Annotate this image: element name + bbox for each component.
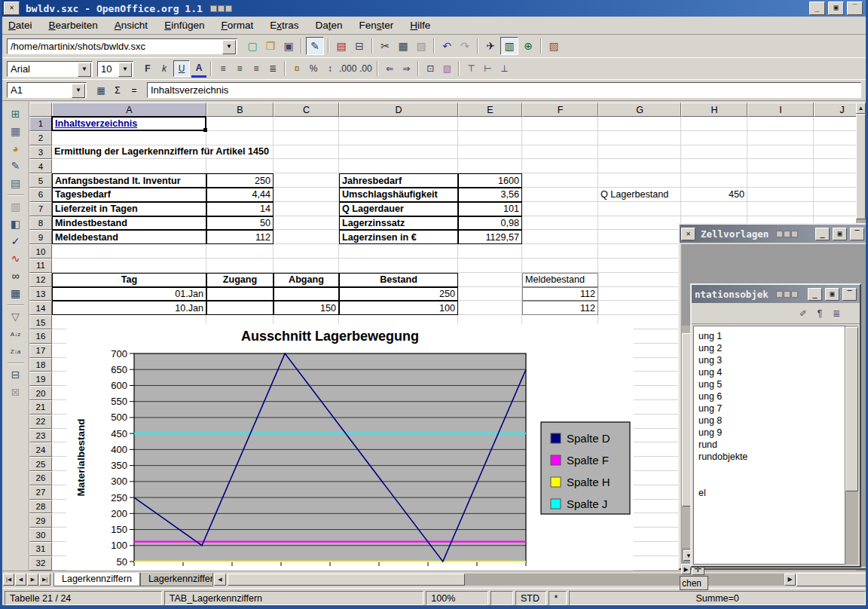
style-list-item[interactable] bbox=[694, 475, 845, 487]
save-icon[interactable]: ▣ bbox=[280, 38, 297, 54]
cell-D10[interactable] bbox=[339, 244, 458, 259]
cell-H6[interactable]: 450 bbox=[681, 188, 747, 202]
cell-D7[interactable]: Q Lagerdauer bbox=[339, 202, 458, 216]
stylist-titlebar[interactable]: ✕ Zellvorlagen _▣‾ bbox=[680, 225, 867, 243]
cell-F4[interactable] bbox=[522, 159, 598, 173]
cell-C7[interactable] bbox=[274, 202, 339, 216]
cell-D13[interactable]: 250 bbox=[339, 287, 458, 301]
style-list[interactable]: ung 1ung 2ung 3ung 4ung 5ung 6ung 7ung 8… bbox=[693, 326, 845, 565]
cell-C13[interactable] bbox=[274, 287, 339, 301]
cell-C11[interactable] bbox=[274, 259, 339, 273]
cell-F1[interactable] bbox=[522, 117, 598, 131]
cell-E9[interactable]: 1129,57 bbox=[458, 230, 522, 244]
cut-icon[interactable]: ✂ bbox=[377, 38, 393, 54]
form-icon[interactable]: ▤ bbox=[8, 175, 24, 191]
first-sheet-button[interactable]: |◀ bbox=[3, 574, 14, 586]
row-header-27[interactable]: 27 bbox=[29, 485, 52, 500]
row-header-20[interactable]: 20 bbox=[29, 386, 52, 400]
align-right-icon[interactable]: ≡ bbox=[249, 61, 264, 76]
cell-G2[interactable] bbox=[598, 131, 681, 145]
export-pdf-icon[interactable]: ▤ bbox=[333, 38, 350, 54]
align-top-icon[interactable]: ⊤ bbox=[463, 61, 478, 76]
edit-file-icon[interactable]: ✎ bbox=[306, 37, 324, 55]
datasources-icon[interactable]: ▦ bbox=[8, 285, 24, 301]
rollup-button[interactable]: ‾ bbox=[842, 288, 857, 301]
cell-C14[interactable]: 150 bbox=[274, 301, 339, 315]
cell-D6[interactable]: Umschlagshäufigkeit bbox=[339, 188, 458, 202]
row-header-24[interactable]: 24 bbox=[29, 442, 52, 457]
insert-object-icon[interactable]: ◕ bbox=[8, 140, 24, 157]
menu-bearbeiten[interactable]: Bearbeiten bbox=[49, 20, 98, 31]
column-header-D[interactable]: D bbox=[339, 103, 458, 117]
cell-C9[interactable] bbox=[274, 230, 339, 244]
vertical-scrollbar-thumb[interactable] bbox=[856, 114, 866, 219]
column-header-F[interactable]: F bbox=[522, 103, 598, 117]
row-header-30[interactable]: 30 bbox=[29, 528, 52, 542]
row-header-22[interactable]: 22 bbox=[29, 415, 52, 429]
cell-A6[interactable]: Tagesbedarf bbox=[52, 188, 206, 202]
add-decimal-icon[interactable]: .000 bbox=[339, 61, 356, 76]
cell-E8[interactable]: 0,98 bbox=[458, 216, 522, 231]
row-header-25[interactable]: 25 bbox=[29, 457, 52, 471]
row-header-23[interactable]: 23 bbox=[29, 429, 52, 443]
cell-G11[interactable] bbox=[598, 259, 681, 273]
row-header-21[interactable]: 21 bbox=[29, 400, 52, 415]
scroll-right-icon[interactable]: ▶ bbox=[784, 574, 796, 586]
row-header-8[interactable]: 8 bbox=[29, 216, 52, 231]
cell-C12[interactable]: Abgang bbox=[274, 273, 339, 287]
cell-H3[interactable] bbox=[681, 145, 747, 160]
menu-einfgen[interactable]: Einfügen bbox=[164, 20, 204, 31]
cell-D14[interactable]: 100 bbox=[339, 301, 458, 315]
row-header-2[interactable]: 2 bbox=[29, 131, 52, 145]
sheet-tab-2[interactable]: Lagerkennziffern bbox=[140, 573, 213, 586]
last-sheet-button[interactable]: ▶| bbox=[39, 574, 50, 586]
cell-G9[interactable] bbox=[598, 230, 681, 244]
presentation-titlebar[interactable]: ntationsobjek _▣‾ bbox=[692, 285, 860, 303]
column-header-H[interactable]: H bbox=[681, 103, 747, 117]
stylist-icon[interactable]: ▥ bbox=[500, 37, 518, 55]
cell-B12[interactable]: Zugang bbox=[206, 273, 274, 287]
cell-E13[interactable] bbox=[458, 287, 522, 301]
cell-C4[interactable] bbox=[274, 159, 339, 173]
row-header-18[interactable]: 18 bbox=[29, 358, 52, 372]
number-currency-icon[interactable]: ¤ bbox=[289, 61, 304, 76]
cell-D12[interactable]: Bestand bbox=[339, 273, 458, 287]
cell-F2[interactable] bbox=[522, 131, 598, 145]
horizontal-scrollbar-thumb[interactable] bbox=[228, 574, 465, 586]
column-header-A[interactable]: A bbox=[52, 103, 206, 117]
sort-ascending-icon[interactable]: A↓z bbox=[8, 326, 24, 342]
sum-icon[interactable]: Σ bbox=[110, 83, 125, 98]
cell-I2[interactable] bbox=[747, 131, 814, 145]
cell-D9[interactable]: Lagerzinsen in € bbox=[339, 230, 458, 244]
cell-A5[interactable]: Anfangsbestand lt. Inventur bbox=[52, 173, 206, 188]
row-header-15[interactable]: 15 bbox=[29, 315, 52, 329]
cell-H2[interactable] bbox=[681, 131, 747, 145]
style-list-item[interactable]: ung 4 bbox=[694, 366, 845, 378]
cell-I5[interactable] bbox=[747, 173, 814, 188]
bold-button[interactable]: F bbox=[140, 61, 155, 76]
tab-scroll-left-button[interactable]: ◀ bbox=[214, 574, 226, 586]
cell-E7[interactable]: 101 bbox=[458, 202, 522, 216]
sort-descending-icon[interactable]: Z↓a bbox=[8, 343, 24, 360]
cell-A9[interactable]: Meldebestand bbox=[52, 230, 206, 244]
equals-icon[interactable]: = bbox=[127, 83, 142, 98]
cell-G1[interactable] bbox=[598, 117, 681, 131]
draw-functions-icon[interactable]: ✎ bbox=[8, 158, 24, 174]
style-list-item[interactable]: ung 7 bbox=[694, 402, 845, 415]
background-color-icon[interactable]: ▧ bbox=[439, 61, 454, 76]
column-header-I[interactable]: I bbox=[747, 103, 814, 117]
column-header-C[interactable]: C bbox=[274, 103, 339, 117]
minimize-button[interactable]: _ bbox=[815, 228, 830, 240]
cell-B10[interactable] bbox=[206, 244, 274, 259]
cell-G10[interactable] bbox=[598, 244, 681, 259]
row-header-32[interactable]: 32 bbox=[29, 556, 52, 571]
cell-A12[interactable]: Tag bbox=[52, 273, 206, 287]
chevron-down-icon[interactable]: ▼ bbox=[222, 40, 236, 54]
cell-B5[interactable]: 250 bbox=[206, 173, 274, 188]
next-sheet-button[interactable]: ▶ bbox=[27, 574, 38, 586]
cell-C3[interactable] bbox=[274, 145, 339, 160]
cell-G5[interactable] bbox=[598, 173, 681, 188]
cell-D11[interactable] bbox=[339, 259, 458, 273]
autofilter-icon[interactable]: ▽ bbox=[8, 308, 24, 325]
cell-A13[interactable]: 01.Jan bbox=[52, 287, 206, 301]
